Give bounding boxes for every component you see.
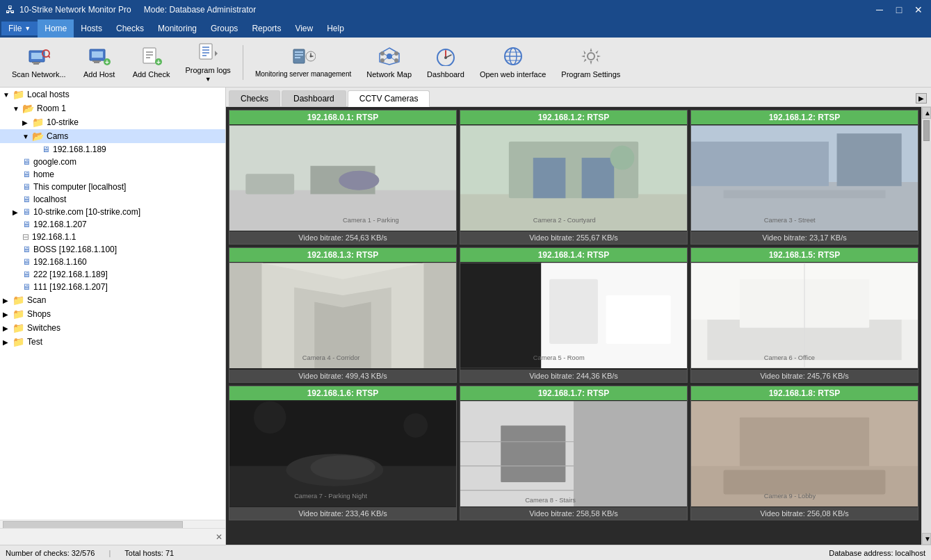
camera-cell-cam1[interactable]: 192.168.0.1: RTSP Camera 1 - Parking Vid… (229, 110, 457, 245)
menu-item-reports[interactable]: Reports (245, 19, 288, 38)
camera-cell-cam4[interactable]: 192.168.1.3: RTSP Camera 4 - Corridor Vi… (229, 247, 457, 382)
sidebar-tree[interactable]: ▼ 📁 Local hosts ▼ 📂 Room 1 ▶ 📁 10-strike… (0, 88, 225, 520)
tree-item-test[interactable]: ▶ 📁 Test (0, 335, 225, 349)
tree-item-ip-160[interactable]: ▶ 🖥 192.168.1.160 (0, 256, 225, 268)
menu-item-monitoring[interactable]: Monitoring (151, 19, 204, 38)
tree-item-this-computer[interactable]: ▶ 🖥 This computer [localhost] (0, 181, 225, 193)
home-label: home (33, 170, 54, 179)
menu-item-groups[interactable]: Groups (204, 19, 245, 38)
tree-arrow-test[interactable]: ▶ (3, 338, 13, 346)
add-check-label: Add Check (133, 70, 170, 79)
svg-rect-78 (606, 295, 671, 344)
sidebar-close-button[interactable]: ✕ (216, 532, 222, 542)
svg-marker-95 (574, 401, 687, 506)
camera-cell-cam7[interactable]: 192.168.1.6: RTSP Camera 7 - Parking Nig… (229, 386, 457, 520)
minimize-button[interactable]: ─ (873, 4, 887, 15)
tree-item-192-168-1-189[interactable]: ▶ 🖥 192.168.1.189 (0, 143, 225, 156)
camera-feed-cam3[interactable]: Camera 3 - Street (691, 124, 918, 231)
tree-item-room1[interactable]: ▼ 📂 Room 1 (0, 101, 225, 115)
tree-item-localhost[interactable]: ▶ 🖥 localhost (0, 193, 225, 206)
menu-item-hosts[interactable]: Hosts (74, 19, 109, 38)
tree-item-ip-207[interactable]: ▶ 🖥 192.168.1.207 (0, 218, 225, 231)
svg-line-38 (384, 58, 387, 60)
content-scrollbar[interactable]: ▲ ▼ (921, 107, 931, 545)
scroll-thumb[interactable] (923, 120, 930, 141)
camera-feed-cam8[interactable]: Camera 8 - Stairs (460, 400, 687, 507)
tree-arrow-switches[interactable]: ▶ (3, 324, 13, 332)
scroll-down-button[interactable]: ▼ (922, 533, 931, 545)
tree-arrow-local-hosts[interactable]: ▼ (3, 91, 13, 99)
add-check-button[interactable]: + Add Check (127, 42, 177, 83)
tree-arrow-scan[interactable]: ▶ (3, 297, 13, 304)
status-bar: Number of checks: 32/576 | Total hosts: … (0, 545, 931, 560)
program-settings-button[interactable]: Program Settings (555, 42, 626, 83)
tree-item-local-hosts[interactable]: ▼ 📁 Local hosts (0, 88, 225, 101)
tree-item-111[interactable]: ▶ 🖥 111 [192.168.1.207] (0, 281, 225, 293)
add-check-icon: + (140, 47, 163, 69)
camera-feed-cam5[interactable]: Camera 5 - Room (460, 262, 687, 369)
network-map-button[interactable]: Network Map (360, 42, 418, 83)
camera-feed-cam4[interactable]: Camera 4 - Corridor (229, 262, 456, 369)
tree-arrow-10strike[interactable]: ▶ (22, 119, 32, 126)
dashboard-icon (435, 47, 457, 69)
camera-cell-cam8[interactable]: 192.168.1.7: RTSP Camera 8 - Stairs Vide… (460, 386, 688, 520)
scroll-up-button[interactable]: ▲ (922, 107, 931, 119)
menu-item-view[interactable]: View (288, 19, 320, 38)
camera-feed-cam6[interactable]: Camera 6 - Office (691, 262, 918, 369)
scan-folder-icon: 📁 (13, 295, 24, 306)
menu-item-help[interactable]: Help (320, 19, 351, 38)
tree-item-shops[interactable]: ▶ 📁 Shops (0, 307, 225, 321)
menu-item-file[interactable]: File ▼ (1, 22, 38, 35)
tree-item-cams[interactable]: ▼ 📂 Cams (0, 129, 225, 143)
camera-cell-cam6[interactable]: 192.168.1.5: RTSP Camera 6 - Office Vide… (690, 247, 918, 382)
tree-arrow-10strike-com[interactable]: ▶ (13, 208, 22, 216)
camera-feed-cam2[interactable]: Camera 2 - Courtyard (460, 124, 687, 231)
menu-item-checks[interactable]: Checks (109, 19, 151, 38)
svg-rect-71 (229, 263, 262, 368)
monitoring-server-button[interactable]: Monitoring server management (249, 42, 357, 83)
computer-icon-ip207: 🖥 (22, 220, 31, 229)
camera-cell-cam3[interactable]: 192.168.1.2: RTSP Camera 3 - Street Vide… (690, 110, 918, 245)
tree-item-google[interactable]: ▶ 🖥 google.com (0, 156, 225, 168)
tabs-scroll-right[interactable]: ▶ (916, 93, 927, 104)
sidebar-bottom: ✕ (0, 528, 225, 545)
cams-folder-icon: 📂 (32, 131, 44, 142)
tree-item-home[interactable]: ▶ 🖥 home (0, 168, 225, 181)
tree-item-222[interactable]: ▶ 🖥 222 [192.168.1.189] (0, 268, 225, 281)
dashboard-button[interactable]: Dashboard (421, 42, 471, 83)
computer-icon-localhost: 🖥 (22, 195, 31, 204)
tree-item-10strike[interactable]: ▶ 📁 10-strike (0, 115, 225, 129)
open-web-button[interactable]: Open web interface (473, 42, 552, 83)
camera-header-cam8: 192.168.1.7: RTSP (460, 386, 687, 400)
tree-item-switches[interactable]: ▶ 📁 Switches (0, 321, 225, 335)
tab-dashboard[interactable]: Dashboard (282, 90, 346, 106)
tree-item-boss[interactable]: ▶ 🖥 BOSS [192.168.1.100] (0, 243, 225, 256)
camera-cell-cam9[interactable]: 192.168.1.8: RTSP Camera 9 - Lobby Video… (690, 386, 918, 520)
add-host-button[interactable]: + Add Host (75, 42, 124, 83)
camera-feed-cam7[interactable]: Camera 7 - Parking Night (229, 400, 456, 507)
camera-feed-cam9[interactable]: Camera 9 - Lobby (691, 400, 918, 507)
camera-cell-cam5[interactable]: 192.168.1.4: RTSP Camera 5 - Room Video … (460, 247, 688, 382)
svg-rect-55 (460, 194, 687, 230)
sidebar-horizontal-scrollbar[interactable] (0, 520, 225, 528)
svg-rect-3 (33, 63, 39, 65)
camera-cell-cam2[interactable]: 192.168.1.2: RTSP Camera 2 - Courtyard V… (460, 110, 688, 245)
program-logs-button[interactable]: Program logs ▼ (179, 42, 236, 83)
tree-item-scan[interactable]: ▶ 📁 Scan (0, 293, 225, 307)
tab-checks[interactable]: Checks (229, 90, 280, 106)
tree-arrow-room1[interactable]: ▼ (13, 105, 22, 113)
tree-item-10strike-com[interactable]: ▶ 🖥 10-strike.com [10-strike.com] (0, 206, 225, 218)
svg-point-35 (394, 58, 398, 63)
tree-arrow-cams[interactable]: ▼ (22, 133, 32, 140)
10strike-label: 10-strike (47, 117, 79, 127)
scan-network-button[interactable]: Scan Network... (6, 42, 72, 83)
tree-item-ip-1-1[interactable]: ▶ ⊟ 192.168.1.1 (0, 231, 225, 243)
camera-feed-cam1[interactable]: Camera 1 - Parking (229, 124, 456, 231)
open-web-label: Open web interface (480, 70, 546, 79)
maximize-button[interactable]: □ (892, 4, 906, 15)
menu-item-home[interactable]: Home (38, 19, 74, 38)
svg-point-41 (444, 56, 447, 59)
tab-cctv[interactable]: CCTV Cameras (348, 90, 430, 107)
close-button[interactable]: ✕ (912, 4, 925, 15)
tree-arrow-shops[interactable]: ▶ (3, 311, 13, 318)
